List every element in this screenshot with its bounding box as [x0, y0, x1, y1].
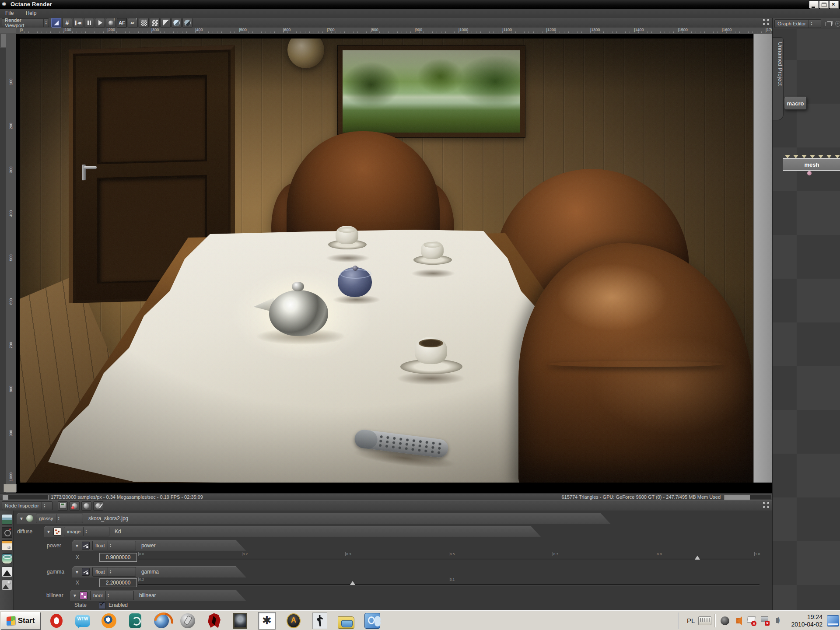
blender-launcher-icon[interactable]	[101, 612, 117, 629]
v-ruler-label: 1000	[9, 470, 13, 483]
gom-player-launcher-icon[interactable]	[127, 612, 144, 629]
aimp-launcher-icon[interactable]: A	[285, 612, 302, 629]
spinner-icon[interactable]: ▲▼	[42, 502, 47, 510]
enabled-checkbox[interactable]: ✓	[99, 602, 105, 609]
af-icon[interactable]: AF	[117, 18, 127, 28]
slider-track[interactable]	[138, 559, 760, 560]
bilinear-type-dropdown[interactable]: bool ▲▼	[90, 591, 134, 600]
viewport-fullscreen-button[interactable]	[763, 18, 770, 27]
start-button[interactable]: Start	[1, 612, 40, 630]
horizontal-scrollbar-thumb[interactable]	[4, 484, 17, 492]
save-icon[interactable]	[58, 501, 68, 511]
power-slider[interactable]: 0.00.20.30.50.70.81.0	[138, 552, 760, 564]
counter-strike-launcher-icon[interactable]	[312, 612, 328, 629]
octane-launcher-icon[interactable]	[258, 612, 276, 630]
material-edit-icon[interactable]	[93, 501, 103, 511]
volume-loud-icon[interactable]	[733, 616, 743, 626]
spinner-icon[interactable]: ▲▼	[108, 541, 113, 550]
file-manager-launcher-icon[interactable]	[338, 612, 354, 629]
graph-node-macro[interactable]: macro	[784, 97, 807, 110]
menu-help[interactable]: Help	[21, 9, 42, 18]
mesh-input-pin-icon[interactable]	[818, 155, 823, 158]
game-red-launcher-icon[interactable]	[206, 612, 222, 629]
mesh-input-pin-icon[interactable]	[810, 155, 815, 158]
opera-launcher-icon[interactable]: O	[48, 612, 65, 629]
checker-split-icon[interactable]	[161, 18, 171, 28]
control-panel-launcher-icon[interactable]	[364, 612, 381, 629]
grid-icon[interactable]	[62, 18, 72, 28]
gamma-value-input[interactable]	[99, 578, 137, 587]
diffuse-type-dropdown[interactable]: image ▲▼	[64, 527, 109, 536]
add-node-icon[interactable]: +	[835, 21, 840, 27]
language-indicator[interactable]: PL	[683, 617, 698, 624]
collapse-icon[interactable]: ▼	[19, 516, 24, 521]
network-offline-icon[interactable]	[759, 616, 770, 626]
region-picker-icon[interactable]	[106, 18, 116, 28]
material-ball-icon[interactable]	[81, 501, 91, 511]
power-type-dropdown[interactable]: float ▲▼	[92, 541, 136, 550]
viewport-selector-dropdown[interactable]: Render Viewport ▲▼	[2, 18, 49, 27]
graph-editor-selector-dropdown[interactable]: Graph Editor ▲▼	[774, 19, 821, 28]
show-desktop-icon[interactable]	[827, 615, 839, 626]
spinner-icon[interactable]: ▲▼	[56, 514, 61, 523]
alpha-sphere2-icon[interactable]	[182, 18, 192, 28]
render-viewport[interactable]	[16, 34, 772, 493]
restart-icon[interactable]	[73, 18, 83, 28]
pause-icon[interactable]	[84, 18, 94, 28]
spinner-icon[interactable]: ▲▼	[105, 591, 111, 600]
viewport-vertical-scrollbar[interactable]	[753, 34, 772, 483]
wtw-launcher-icon[interactable]: WTW	[74, 612, 91, 629]
mesh-input-pin-icon[interactable]	[793, 155, 798, 158]
app-icon[interactable]	[720, 616, 730, 626]
af-focus-icon[interactable]: AF	[128, 18, 138, 28]
collapse-icon[interactable]: ▼	[75, 570, 79, 574]
node-inspector-selector-dropdown[interactable]: Node Inspector ▲▼	[2, 501, 52, 510]
material-red-icon[interactable]	[70, 501, 80, 511]
checker-fine-icon[interactable]	[139, 18, 149, 28]
material-type-dropdown[interactable]: glossy ▲▼	[36, 514, 83, 523]
gamma-slider[interactable]: 0.23.1	[138, 578, 760, 589]
window-title: Octane Render	[10, 1, 52, 7]
layers-icon[interactable]	[826, 22, 831, 26]
collapse-icon[interactable]: ▼	[46, 529, 51, 534]
menu-file[interactable]: File	[0, 9, 19, 18]
power-value-input[interactable]	[99, 553, 137, 562]
slider-handle-icon[interactable]	[350, 581, 355, 585]
play-icon[interactable]	[95, 18, 105, 28]
image-thumb-icon[interactable]	[2, 514, 12, 525]
styler-launcher-icon[interactable]	[179, 612, 196, 629]
node-inspector-fullscreen-button[interactable]	[763, 501, 770, 510]
mesh-input-pin-icon[interactable]	[785, 155, 790, 158]
slider-track[interactable]	[138, 584, 760, 585]
collapse-icon[interactable]: ▼	[75, 543, 79, 548]
spinner-icon[interactable]: ▲▼	[83, 527, 88, 536]
close-button[interactable]: ×	[830, 1, 839, 8]
collapse-icon[interactable]: ▼	[73, 593, 77, 598]
graph-node-mesh[interactable]: mesh	[783, 158, 840, 171]
spinner-icon[interactable]: ▲▼	[108, 567, 113, 576]
mesh-input-pin-icon[interactable]	[826, 155, 832, 158]
mesh-output-pin-icon[interactable]	[807, 171, 812, 175]
mesh-input-pin-icon[interactable]	[835, 155, 840, 158]
warcraft-launcher-icon[interactable]	[232, 612, 248, 629]
alpha-sphere-icon[interactable]	[172, 18, 182, 28]
speaker-icon[interactable]	[772, 616, 783, 626]
windows-taskbar: Start OWTWA PL 19:24 2010-04-02	[0, 610, 840, 630]
left-scrollbar-track[interactable]	[0, 34, 7, 493]
spinner-icon[interactable]: ▲▼	[808, 20, 814, 28]
graph-editor-canvas[interactable]: Unnamed Project macro mesh	[773, 29, 840, 610]
slider-handle-icon[interactable]	[695, 556, 700, 560]
mesh-input-pin-icon[interactable]	[802, 155, 807, 158]
checker-mid-icon[interactable]	[150, 18, 160, 28]
security-alert-icon[interactable]	[746, 616, 756, 626]
gamma-type-dropdown[interactable]: float ▲▼	[92, 567, 136, 577]
spinner-icon[interactable]: ▲▼	[43, 19, 49, 27]
project-tab[interactable]: Unnamed Project	[773, 37, 784, 120]
firefox-launcher-icon[interactable]	[153, 612, 170, 629]
left-scrollbar-thumb[interactable]	[0, 34, 7, 48]
maximize-button[interactable]	[819, 1, 829, 8]
set-square-icon[interactable]	[51, 18, 61, 28]
minimize-button[interactable]	[809, 1, 819, 8]
keyboard-icon[interactable]	[698, 616, 711, 625]
h-ruler-label: |1400	[634, 28, 644, 32]
